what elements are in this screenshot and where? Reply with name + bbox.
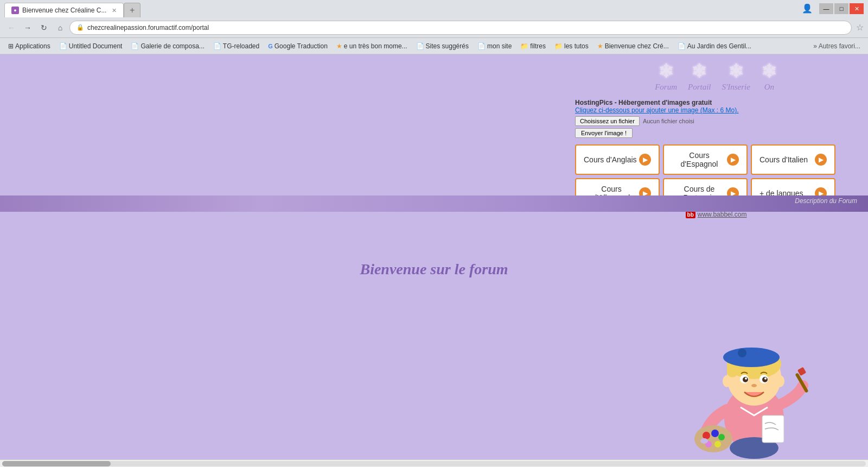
nav-on[interactable]: ❄ On xyxy=(761,60,777,92)
maximize-button[interactable]: □ xyxy=(834,3,848,14)
svg-point-13 xyxy=(723,375,731,387)
scrollbar-thumb[interactable] xyxy=(2,461,111,466)
bookmark-tg[interactable]: 📄 TG-reloaded xyxy=(209,41,263,52)
tab-label: Bienvenue chez Créaline C... xyxy=(22,7,106,14)
svg-point-10 xyxy=(745,377,747,380)
close-window-button[interactable]: ✕ xyxy=(850,3,864,14)
snowflake-portail-icon: ❄ xyxy=(691,60,707,83)
bookmark-label: TG-reloaded xyxy=(223,42,259,50)
bookmark-untitled[interactable]: 📄 Untitled Document xyxy=(55,41,126,52)
snowflake-on-icon: ❄ xyxy=(761,60,777,83)
svg-point-17 xyxy=(694,425,732,452)
doc-icon: 📄 xyxy=(131,42,139,50)
svg-point-12 xyxy=(751,384,757,387)
tab-favicon: ● xyxy=(11,7,19,14)
bookmark-traduction[interactable]: G Google Traduction xyxy=(264,41,331,52)
svg-point-19 xyxy=(711,430,719,437)
nav-portail[interactable]: ❄ Portail xyxy=(688,60,711,92)
svg-point-11 xyxy=(764,377,767,380)
painter-figure xyxy=(684,310,825,462)
refresh-button[interactable]: ↻ xyxy=(37,21,51,35)
forward-button[interactable]: → xyxy=(21,21,35,35)
svg-point-21 xyxy=(714,441,721,447)
course-italien-arrow-icon: ▶ xyxy=(815,154,827,166)
course-anglais-button[interactable]: Cours d'Anglais ▶ xyxy=(575,144,660,175)
forum-label: Forum xyxy=(655,83,677,92)
bookmark-bienvenue[interactable]: ★ Bienvenue chez Cré... xyxy=(593,41,673,52)
hosting-section: HostingPics - Hébergement d'images gratu… xyxy=(575,99,857,138)
nav-icons-area: ❄ Forum ❄ Portail ❄ S'Inserie ❄ On xyxy=(575,54,857,94)
svg-point-4 xyxy=(723,348,780,367)
scrollbar-bottom[interactable] xyxy=(0,459,868,467)
choose-file-button[interactable]: Choisissez un fichier xyxy=(575,116,640,126)
course-espagnol-button[interactable]: Cours d'Espagnol ▶ xyxy=(663,144,748,175)
active-tab[interactable]: ● Bienvenue chez Créaline C... ✕ xyxy=(4,3,124,17)
bookmark-label: Sites suggérés xyxy=(426,42,469,50)
home-button[interactable]: ⌂ xyxy=(53,21,67,35)
doc-icon: 📄 xyxy=(213,42,221,50)
right-panel: ❄ Forum ❄ Portail ❄ S'Inserie ❄ On Ho xyxy=(575,54,857,218)
bookmark-label: filtres xyxy=(530,42,546,50)
course-anglais-arrow-icon: ▶ xyxy=(639,154,651,166)
nav-sinscrire[interactable]: ❄ S'Inserie xyxy=(722,60,750,92)
bookmark-jardin[interactable]: 📄 Au Jardin des Gentil... xyxy=(674,41,755,52)
nav-forum[interactable]: ❄ Forum xyxy=(655,60,677,92)
bookmark-star-button[interactable]: ☆ xyxy=(856,22,864,33)
page-content: ❄ Forum ❄ Portail ❄ S'Inserie ❄ On Ho xyxy=(0,54,868,467)
new-tab-button[interactable]: + xyxy=(124,3,141,17)
svg-point-5 xyxy=(738,349,746,357)
painter-svg xyxy=(684,310,825,462)
course-italien-label: Cours d'Italien xyxy=(760,155,808,164)
snowflake-sinscrire-icon: ❄ xyxy=(728,60,744,83)
doc-icon: 📄 xyxy=(416,42,424,50)
course-espagnol-label: Cours d'Espagnol xyxy=(672,151,727,168)
tab-close-button[interactable]: ✕ xyxy=(112,7,117,14)
minimize-button[interactable]: — xyxy=(819,3,833,14)
bookmark-applications[interactable]: ⊞ Applications xyxy=(4,41,54,52)
babbel-logo-icon: bb xyxy=(686,211,695,218)
bookmark-galerie[interactable]: 📄 Galerie de composa... xyxy=(127,41,208,52)
description-du-forum-link[interactable]: Description du Forum xyxy=(795,197,857,205)
translate-icon: G xyxy=(268,43,273,49)
course-italien-button[interactable]: Cours d'Italien ▶ xyxy=(751,144,835,175)
on-label: On xyxy=(764,83,774,92)
bookmark-label: Google Traduction xyxy=(275,42,328,50)
send-image-button[interactable]: Envoyer l'image ! xyxy=(575,128,633,138)
hosting-link[interactable]: Cliquez ci-dessous pour ajouter une imag… xyxy=(575,106,857,114)
scrollbar-track xyxy=(2,461,866,466)
apps-icon: ⊞ xyxy=(8,42,14,50)
nav-bar: ← → ↻ ⌂ 🔒 ☆ xyxy=(0,17,868,38)
user-icon[interactable]: 👤 xyxy=(802,3,813,14)
doc-icon: 📄 xyxy=(59,42,67,50)
bookmark-sites[interactable]: 📄 Sites suggérés xyxy=(412,41,473,52)
babbel-url[interactable]: www.babbel.com xyxy=(698,211,747,218)
bookmark-tutos[interactable]: 📁 les tutos xyxy=(551,41,592,52)
bookmark-label: Au Jardin des Gentil... xyxy=(687,42,751,50)
folder-icon: 📁 xyxy=(554,42,563,50)
hosting-title: HostingPics - Hébergement d'images gratu… xyxy=(575,99,857,106)
svg-point-14 xyxy=(776,375,784,387)
portail-label: Portail xyxy=(688,83,711,92)
bookmark-mon-site[interactable]: 📄 mon site xyxy=(474,41,515,52)
bookmark-label: mon site xyxy=(487,42,512,50)
folder-icon: 📁 xyxy=(520,42,528,50)
window-controls: 👤 — □ ✕ xyxy=(802,3,864,14)
doc-icon: 📄 xyxy=(678,42,686,50)
svg-point-23 xyxy=(700,438,708,444)
doc-icon: 📄 xyxy=(477,42,486,50)
more-bookmarks-button[interactable]: » Autres favori... xyxy=(810,41,864,52)
lock-icon: 🔒 xyxy=(76,24,84,31)
back-button[interactable]: ← xyxy=(4,21,18,35)
bookmark-label: Untitled Document xyxy=(69,42,123,50)
course-anglais-label: Cours d'Anglais xyxy=(584,155,637,164)
bookmark-moment[interactable]: ★ e un très bon mome... xyxy=(333,41,411,52)
bookmark-label: les tutos xyxy=(564,42,589,50)
course-espagnol-arrow-icon: ▶ xyxy=(727,154,739,166)
bookmark-label: e un très bon mome... xyxy=(344,42,407,50)
url-input[interactable] xyxy=(87,24,845,31)
welcome-area: Bienvenue sur le forum xyxy=(0,234,868,278)
no-file-label: Aucun fichier choisi xyxy=(643,118,694,124)
sinscrire-label: S'Inserie xyxy=(722,83,750,92)
bookmark-filtres[interactable]: 📁 filtres xyxy=(516,41,550,52)
new-tab-icon: + xyxy=(130,5,135,15)
